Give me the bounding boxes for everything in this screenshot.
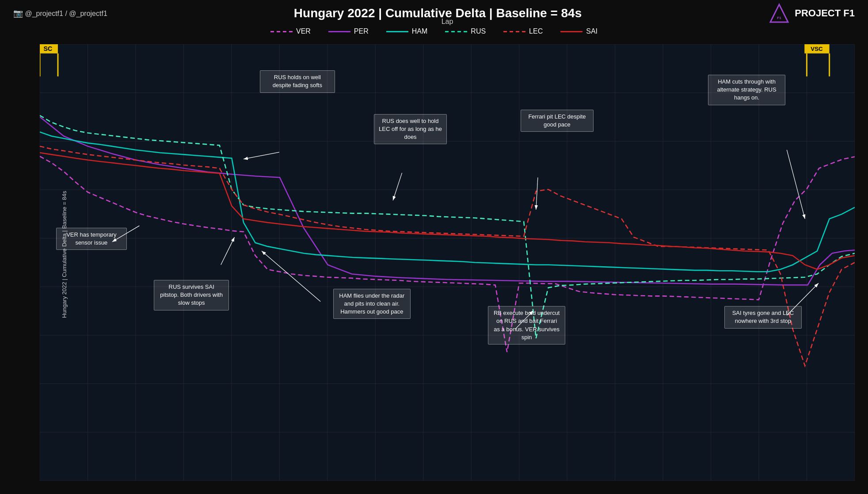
main-container: 📷 @_projectf1 / @_projectf1 Hungary 2022… bbox=[0, 0, 868, 494]
chart-title: Hungary 2022 | Cumulative Delta | Baseli… bbox=[294, 6, 582, 20]
ver-label: VER bbox=[296, 27, 311, 35]
svg-text:F1: F1 bbox=[777, 16, 782, 20]
logo-area: F1 PROJECT F1 bbox=[768, 2, 855, 24]
rus-line-sample bbox=[445, 31, 467, 32]
annotation-rus-holds-lec: RUS does well to hold LEC off for as lon… bbox=[374, 114, 447, 145]
instagram-icon: 📷 bbox=[13, 9, 23, 18]
legend-sai: SAI bbox=[560, 27, 598, 35]
legend-lec: LEC bbox=[503, 27, 543, 35]
rus-label: RUS bbox=[471, 27, 486, 35]
chart-svg: F1 bbox=[40, 44, 855, 481]
y-axis-label: Hungary 2022 | Cumulative Delta | Baseli… bbox=[61, 207, 68, 318]
legend-ver: VER bbox=[270, 27, 311, 35]
sai-label: SAI bbox=[586, 27, 598, 35]
per-label: PER bbox=[354, 27, 369, 35]
annotation-rus-sai-pitstop: RUS survives SAI pitstop. Both drivers w… bbox=[154, 280, 229, 310]
annotation-ver-sensor: VER has temporary sensor issue bbox=[56, 228, 127, 250]
svg-text:VSC: VSC bbox=[811, 45, 823, 52]
annotation-sai-tyres: SAI tyres gone and LEC nowhere with 3rd … bbox=[724, 306, 802, 328]
ham-line-sample bbox=[386, 31, 408, 32]
annotation-rb-undercut: RB execute bold undercut on RUS and bait… bbox=[488, 306, 565, 345]
svg-text:SC: SC bbox=[43, 45, 52, 52]
sai-line-sample bbox=[560, 31, 582, 32]
annotation-rus-holds: RUS holds on well despite fading softs bbox=[260, 70, 335, 92]
annotation-ham-cuts: HAM cuts through with alternate strategy… bbox=[708, 75, 785, 105]
legend-rus: RUS bbox=[445, 27, 486, 35]
annotation-ham-radar: HAM flies under the radar and pits into … bbox=[333, 289, 411, 319]
lec-line-sample bbox=[503, 31, 525, 32]
legend: VER PER HAM RUS LEC SAI bbox=[0, 27, 868, 35]
header: 📷 @_projectf1 / @_projectf1 Hungary 2022… bbox=[0, 0, 868, 27]
logo-icon: F1 bbox=[768, 2, 790, 24]
x-axis-label: Lap bbox=[442, 18, 453, 26]
per-line-sample bbox=[328, 31, 350, 32]
legend-per: PER bbox=[328, 27, 369, 35]
social-handle: 📷 @_projectf1 / @_projectf1 bbox=[13, 8, 107, 18]
ver-line-sample bbox=[270, 31, 293, 32]
lec-label: LEC bbox=[529, 27, 543, 35]
annotation-ferrari-pit-lec: Ferrari pit LEC despite good pace bbox=[521, 110, 594, 132]
svg-rect-5 bbox=[40, 44, 855, 481]
chart-area: Hungary 2022 | Cumulative Delta | Baseli… bbox=[40, 44, 855, 481]
legend-ham: HAM bbox=[386, 27, 428, 35]
ham-label: HAM bbox=[412, 27, 428, 35]
logo-text: PROJECT F1 bbox=[795, 8, 855, 19]
